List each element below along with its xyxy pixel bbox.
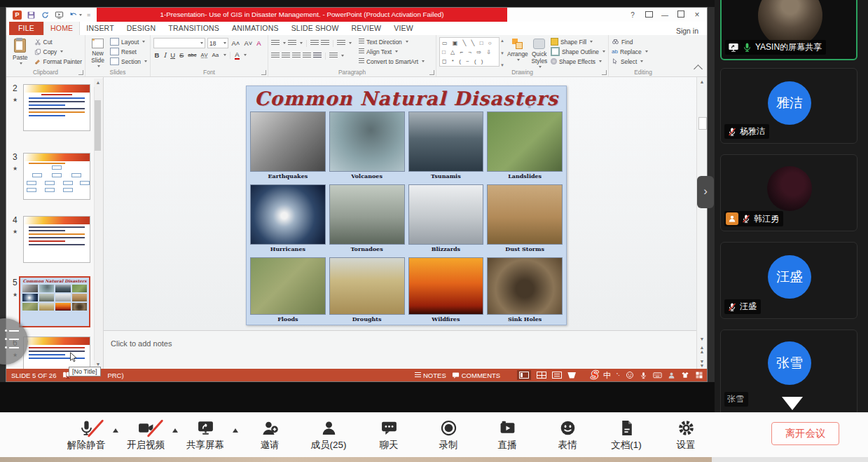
strikethrough-abc-button[interactable]: abc xyxy=(188,52,196,58)
screen-share-tile[interactable]: YASIN的屏幕共享 xyxy=(720,0,857,60)
tab-animations[interactable]: ANIMATIONS xyxy=(226,22,285,35)
collapse-ribbon-chevron-icon[interactable] xyxy=(694,64,703,74)
format-painter-button[interactable]: Format Painter xyxy=(34,57,82,66)
participant-tile[interactable]: 雅洁 杨雅洁 xyxy=(720,68,857,144)
undo-button[interactable] xyxy=(69,11,82,20)
ime-punctuation-icon[interactable]: ’· xyxy=(616,372,620,379)
ime-skin-icon[interactable] xyxy=(681,371,689,379)
ime-voice-icon[interactable] xyxy=(640,372,647,379)
shapes-gallery[interactable]: ▭ ▣ ╲ ╲ □ ○□ △ ⌐ ¬ ⇨ ⇩◻ * ( ~ ( ) xyxy=(439,37,500,67)
ime-emoji-icon[interactable] xyxy=(626,371,634,379)
normal-view-button[interactable] xyxy=(517,370,531,380)
ime-account-icon[interactable] xyxy=(668,372,675,379)
scrollbar-thumb[interactable] xyxy=(95,100,101,151)
scrollbar-thumb[interactable] xyxy=(698,117,707,130)
decrease-font-icon[interactable]: A˅ xyxy=(244,39,252,47)
share-screen-button[interactable]: 共享屏幕 xyxy=(179,419,232,451)
tab-design[interactable]: DESIGN xyxy=(120,22,162,35)
slideshow-view-icon[interactable] xyxy=(567,372,576,379)
start-slideshow-icon[interactable] xyxy=(55,11,64,20)
convert-smartart-button[interactable]: Convert to SmartArt xyxy=(359,57,425,66)
participant-tile[interactable]: 汪盛 汪盛 xyxy=(720,242,857,319)
thumbnail-slide-3[interactable] xyxy=(23,153,90,200)
shape-fill-button[interactable]: Shape Fill xyxy=(551,37,605,46)
notes-toggle-button[interactable]: NOTES xyxy=(415,372,446,379)
shapes-gallery-scroll[interactable]: ▲▼▼ xyxy=(500,37,504,69)
help-button[interactable]: ? xyxy=(626,11,640,19)
underline-button[interactable]: U xyxy=(170,51,175,59)
justify-icon[interactable] xyxy=(303,53,311,59)
bullets-icon[interactable] xyxy=(271,40,280,46)
line-spacing-icon[interactable] xyxy=(337,40,345,46)
clear-formatting-icon[interactable]: A xyxy=(256,39,261,47)
live-stream-button[interactable]: 直播 xyxy=(481,419,534,451)
section-button[interactable]: Section xyxy=(110,57,147,66)
scroll-more-participants-icon[interactable] xyxy=(782,397,803,410)
sogou-ime-icon[interactable]: S xyxy=(590,370,598,380)
tab-home[interactable]: HOME xyxy=(43,21,80,35)
copy-button[interactable]: Copy xyxy=(34,47,82,56)
shape-effects-button[interactable]: Shape Effects xyxy=(551,57,605,66)
docs-button[interactable]: 文档(1) xyxy=(600,419,653,451)
thumbnail-slide-2[interactable] xyxy=(23,84,90,131)
tab-slideshow[interactable]: SLIDE SHOW xyxy=(285,22,345,35)
tab-transitions[interactable]: TRANSITIONS xyxy=(162,22,226,35)
increase-indent-icon[interactable] xyxy=(321,40,329,46)
numbering-icon[interactable] xyxy=(288,40,296,46)
cut-button[interactable]: Cut xyxy=(34,37,82,46)
quick-styles-button[interactable]: Quick Styles xyxy=(531,37,548,69)
slide-sorter-view-icon[interactable] xyxy=(537,372,546,379)
invite-button[interactable]: 邀请 xyxy=(243,419,296,451)
video-options-arrow[interactable] xyxy=(172,428,178,433)
paste-button[interactable]: Paste xyxy=(9,37,32,69)
font-color-button[interactable]: A xyxy=(235,50,239,60)
save-icon[interactable] xyxy=(27,11,36,20)
increase-font-icon[interactable]: A˄ xyxy=(232,39,240,47)
ime-chinese-mode-icon[interactable]: 中 xyxy=(603,370,611,381)
share-options-arrow[interactable] xyxy=(233,428,238,433)
ime-toolbox-icon[interactable] xyxy=(695,371,703,379)
ribbon-display-options-button[interactable] xyxy=(642,11,656,19)
unmute-button[interactable]: 解除静音 xyxy=(60,419,113,451)
find-button[interactable]: Find xyxy=(612,37,648,46)
paragraph-dialog-launcher[interactable] xyxy=(429,70,434,75)
leave-meeting-button[interactable]: 离开会议 xyxy=(771,422,839,445)
comments-toggle-button[interactable]: COMMENTS xyxy=(452,372,500,379)
notes-pane[interactable]: Click to add notes xyxy=(104,330,696,370)
select-button[interactable]: Select xyxy=(612,57,648,66)
align-left-icon[interactable] xyxy=(271,53,280,59)
thumbnails-scrollbar[interactable]: ▲ xyxy=(94,79,102,149)
replace-button[interactable]: abReplace xyxy=(612,47,648,56)
customize-qat-button[interactable]: = xyxy=(87,11,90,18)
font-dialog-launcher[interactable] xyxy=(261,70,266,75)
reset-button[interactable]: Reset xyxy=(110,47,147,56)
chat-button[interactable]: 聊天 xyxy=(362,419,415,451)
members-button[interactable]: 成员(25) xyxy=(302,419,355,451)
strikethrough-button[interactable]: S xyxy=(179,51,184,59)
current-slide[interactable]: Common Natural Disasters = Earthquakes V… xyxy=(246,86,567,325)
language-status[interactable]: PRC) xyxy=(107,372,123,379)
sign-in-link[interactable]: Sign in xyxy=(676,27,707,35)
record-button[interactable]: 录制 xyxy=(422,419,475,451)
minimize-button[interactable]: — xyxy=(658,11,672,19)
scroll-down-icon[interactable]: ▼ xyxy=(697,334,707,344)
italic-button[interactable]: I xyxy=(163,51,166,59)
scroll-up-icon[interactable]: ▲ xyxy=(697,77,707,86)
font-name-combo[interactable] xyxy=(153,38,205,48)
restore-button[interactable] xyxy=(674,11,688,19)
character-spacing-button[interactable]: A̲V̲ xyxy=(200,52,207,58)
layout-button[interactable]: Layout xyxy=(110,37,147,46)
distribute-icon[interactable] xyxy=(313,53,322,59)
thumbnail-slide-4[interactable] xyxy=(23,216,90,263)
participant-tile[interactable]: 韩江勇 xyxy=(720,154,857,231)
thumbnail-slide-6[interactable] xyxy=(23,337,90,370)
previous-slide-button[interactable]: ▲▲ xyxy=(697,344,707,355)
slide-scrollbar[interactable]: ▲ ▼ ▲▲ ▼▼ xyxy=(696,77,707,370)
tab-review[interactable]: REVIEW xyxy=(345,22,388,35)
new-slide-button[interactable]: New Slide xyxy=(88,37,107,69)
tab-insert[interactable]: INSERT xyxy=(80,22,120,35)
arrange-button[interactable]: Arrange xyxy=(507,37,528,69)
columns-icon[interactable] xyxy=(329,53,338,59)
drawing-dialog-launcher[interactable] xyxy=(602,70,607,75)
emoji-button[interactable]: 表情 xyxy=(541,419,594,451)
